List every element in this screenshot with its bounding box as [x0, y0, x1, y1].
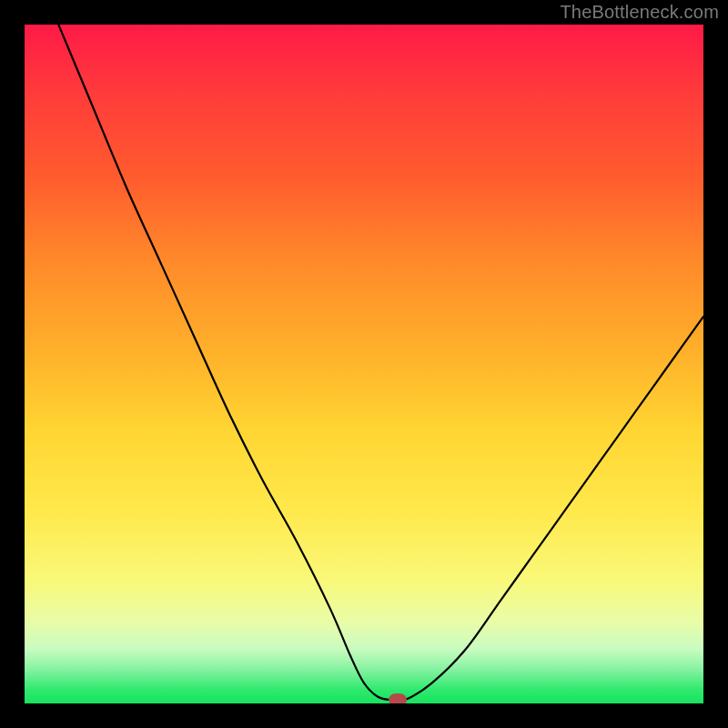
bottleneck-curve: [58, 25, 703, 702]
plot-area: [25, 25, 703, 703]
curve-minimum-marker: [389, 693, 407, 703]
watermark-text: TheBottleneck.com: [560, 2, 719, 23]
curve-layer: [25, 25, 703, 703]
chart-frame: TheBottleneck.com: [0, 0, 728, 728]
